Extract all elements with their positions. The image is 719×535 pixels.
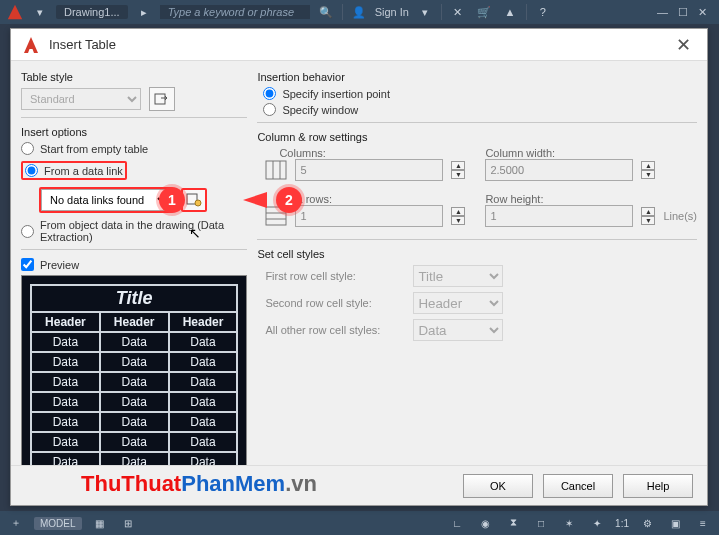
dynamic-icon[interactable]: ✦ — [587, 514, 607, 532]
svg-marker-0 — [8, 5, 22, 19]
search-input[interactable]: Type a keyword or phrase — [160, 5, 310, 19]
preview-data-cell: Data — [100, 412, 169, 432]
signin-link[interactable]: Sign In — [375, 6, 409, 18]
model-tab[interactable]: MODEL — [34, 517, 82, 530]
opt-specify-window-label: Specify window — [282, 104, 358, 116]
restore-icon[interactable]: ☐ — [678, 6, 688, 19]
table-style-label: Table style — [21, 71, 247, 83]
signin-dropdown-icon[interactable]: ▾ — [415, 2, 435, 22]
ok-button[interactable]: OK — [463, 474, 533, 498]
document-dropdown-icon[interactable]: ▸ — [134, 2, 154, 22]
customize-icon[interactable]: ≡ — [693, 514, 713, 532]
preview-data-cell: Data — [169, 392, 238, 412]
opt-specify-point[interactable]: Specify insertion point — [263, 87, 697, 100]
second-row-style-select[interactable]: Header — [413, 292, 503, 314]
insert-options-label: Insert options — [21, 126, 247, 138]
document-name[interactable]: Drawing1... — [56, 5, 128, 19]
help-icon[interactable]: ? — [533, 2, 553, 22]
datarows-input[interactable] — [295, 205, 443, 227]
grid-icon[interactable]: ▦ — [90, 514, 110, 532]
colwidth-label: Column width: — [485, 147, 697, 159]
preview-data-cell: Data — [169, 372, 238, 392]
polar-icon[interactable]: ◉ — [475, 514, 495, 532]
preview-data-cell: Data — [100, 352, 169, 372]
svg-point-3 — [195, 200, 201, 206]
annotation-scale[interactable]: 1:1 — [615, 518, 629, 529]
app-logo-icon — [6, 3, 24, 21]
preview-data-cell: Data — [31, 412, 100, 432]
preview-header-cell: Header — [31, 312, 100, 332]
3dosnap-icon[interactable]: ✶ — [559, 514, 579, 532]
dialog-left-pane: Table style Standard Insert options Star… — [21, 69, 247, 457]
exchange-icon[interactable]: ✕ — [448, 2, 468, 22]
rowheight-label: Row height: — [485, 193, 697, 205]
dialog-title: Insert Table — [49, 37, 116, 52]
plus-icon[interactable]: ＋ — [6, 514, 26, 532]
gear-icon[interactable]: ⚙ — [637, 514, 657, 532]
preview-label: Preview — [40, 259, 79, 271]
svg-rect-4 — [266, 161, 286, 179]
app-topbar: ▾ Drawing1... ▸ Type a keyword or phrase… — [0, 0, 719, 24]
snap-icon[interactable]: ⊞ — [118, 514, 138, 532]
close-window-icon[interactable]: ✕ — [698, 6, 707, 19]
search-icon[interactable]: 🔍 — [316, 2, 336, 22]
iso-icon[interactable]: ⧗ — [503, 514, 523, 532]
table-style-select[interactable]: Standard — [21, 88, 141, 110]
rowheight-spinner[interactable]: ▲▼ — [641, 207, 655, 225]
watermark: ThuThuatPhanMem.vn — [81, 471, 317, 497]
datalink-icon — [186, 193, 202, 207]
second-row-style-label: Second row cell style: — [265, 297, 405, 309]
preview-data-cell: Data — [100, 432, 169, 452]
opt-empty-table[interactable]: Start from empty table — [21, 142, 247, 155]
svg-rect-1 — [155, 94, 165, 104]
dialog-close-icon[interactable]: ✕ — [670, 32, 697, 58]
other-row-style-label: All other row cell styles: — [265, 324, 405, 336]
col-row-label: Column & row settings — [257, 131, 697, 143]
preview-data-cell: Data — [31, 432, 100, 452]
callout-2-arrow-icon — [243, 192, 267, 208]
preview-data-cell: Data — [100, 332, 169, 352]
preview-checkbox[interactable]: Preview — [21, 258, 247, 271]
minimize-icon[interactable]: — — [657, 6, 668, 19]
opt-object-data-label: From object data in the drawing (Data Ex… — [40, 219, 247, 243]
callout-2: 2 — [276, 187, 302, 213]
dialog-right-pane: Insertion behavior Specify insertion poi… — [257, 69, 697, 457]
other-row-style-select[interactable]: Data — [413, 319, 503, 341]
colwidth-spinner[interactable]: ▲▼ — [641, 161, 655, 179]
opt-empty-table-label: Start from empty table — [40, 143, 148, 155]
workspace-icon[interactable]: ▣ — [665, 514, 685, 532]
preview-data-cell: Data — [169, 332, 238, 352]
preview-data-cell: Data — [31, 372, 100, 392]
cancel-button[interactable]: Cancel — [543, 474, 613, 498]
ortho-icon[interactable]: ∟ — [447, 514, 467, 532]
osnap-icon[interactable]: □ — [531, 514, 551, 532]
colwidth-input[interactable] — [485, 159, 633, 181]
data-link-select[interactable]: No data links found — [41, 189, 171, 211]
columns-spinner[interactable]: ▲▼ — [451, 161, 465, 179]
first-row-style-label: First row cell style: — [265, 270, 405, 282]
quick-dropdown-icon[interactable]: ▾ — [30, 2, 50, 22]
preview-data-cell: Data — [169, 352, 238, 372]
preview-title-cell: Title — [31, 285, 237, 312]
table-style-launch-button[interactable] — [149, 87, 175, 111]
datarows-label: Data rows: — [279, 193, 465, 205]
rowheight-input[interactable] — [485, 205, 633, 227]
preview-data-cell: Data — [100, 372, 169, 392]
first-row-style-select[interactable]: Title — [413, 265, 503, 287]
preview-header-cell: Header — [169, 312, 238, 332]
opt-object-data[interactable]: From object data in the drawing (Data Ex… — [21, 219, 247, 243]
user-icon: 👤 — [349, 2, 369, 22]
cart-icon[interactable]: 🛒 — [474, 2, 494, 22]
insertion-behavior-label: Insertion behavior — [257, 71, 697, 83]
help-button[interactable]: Help — [623, 474, 693, 498]
a360-icon[interactable]: ▲ — [500, 2, 520, 22]
dialog-titlebar: Insert Table ✕ — [11, 29, 707, 61]
columns-input[interactable] — [295, 159, 443, 181]
opt-from-data-link-label: From a data link — [44, 165, 123, 177]
preview-table: Title HeaderHeaderHeader DataDataDataDat… — [30, 284, 238, 493]
opt-from-data-link[interactable]: From a data link — [21, 161, 127, 180]
opt-specify-window[interactable]: Specify window — [263, 103, 697, 116]
datarows-spinner[interactable]: ▲▼ — [451, 207, 465, 225]
status-bar: ＋ MODEL ▦ ⊞ ∟ ◉ ⧗ □ ✶ ✦ 1:1 ⚙ ▣ ≡ — [0, 511, 719, 535]
columns-icon — [265, 160, 287, 180]
